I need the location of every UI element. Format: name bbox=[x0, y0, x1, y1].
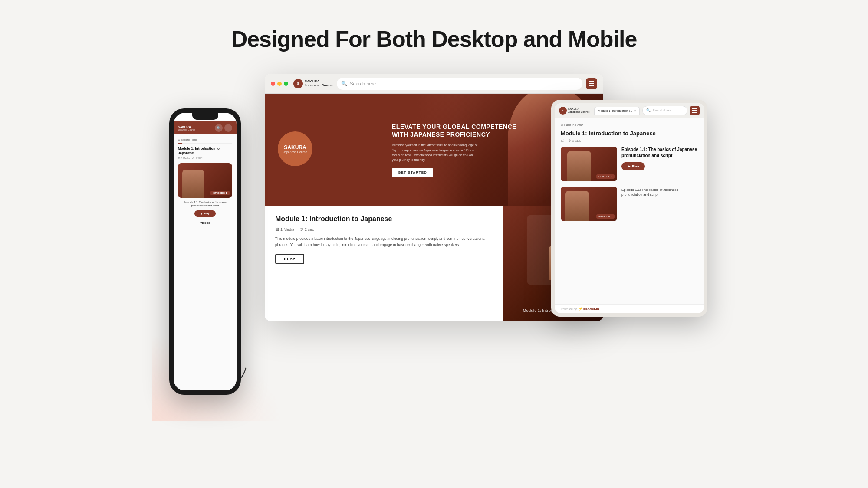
hero-brand-name: SAKURA bbox=[284, 144, 306, 151]
tablet-content: ⊙ Back to Home Module 1: Introduction to… bbox=[555, 118, 704, 304]
hero-subtitle: Immerse yourself in the vibrant culture … bbox=[392, 143, 479, 163]
tablet-browser-tab[interactable]: Module 1: Introduction t... × bbox=[594, 107, 640, 115]
tablet-tab-label: Module 1: Introduction t... bbox=[598, 109, 632, 112]
hero-content: ELEVATE YOUR GLOBAL COMPETENCEWITH JAPAN… bbox=[392, 123, 516, 177]
mobile-play-button[interactable]: ▶ Play bbox=[194, 210, 215, 217]
tablet-back-label: Back to Home bbox=[564, 124, 583, 127]
play-triangle-icon: ▶ bbox=[201, 212, 203, 215]
mobile-header: SAKURA Japanese Course 🔍 ☰ bbox=[174, 121, 237, 134]
back-arrow-icon: ⊙ bbox=[178, 138, 180, 141]
mobile-videos-label: Videos bbox=[178, 221, 232, 224]
mobile-module-meta: 🖼 1 Media ⏱ 2 SEC bbox=[178, 157, 232, 160]
maximize-dot[interactable] bbox=[284, 82, 288, 86]
mobile-device: SAKURA Japanese Course 🔍 ☰ ⊙ Back to Hom… bbox=[169, 108, 241, 395]
tablet-ep2-person bbox=[565, 191, 589, 221]
browser-toolbar: S SAKURA Japanese Course 🔍 Search here..… bbox=[265, 74, 603, 94]
get-started-button[interactable]: GET STARTED bbox=[392, 168, 433, 177]
tablet-episode2-title: Episode 1.1: The basics of Japanese pron… bbox=[621, 187, 698, 197]
tablet-episode2-thumbnail[interactable]: EPISODE 1 bbox=[561, 187, 617, 221]
mobile-notch bbox=[192, 113, 218, 120]
tablet-play-triangle-icon: ▶ bbox=[628, 164, 630, 168]
tablet-module-title: Module 1: Introduction to Japanese bbox=[561, 130, 698, 137]
mobile-back-link[interactable]: ⊙ Back to Home bbox=[178, 138, 232, 141]
tablet-screen: S SAKURA Japanese Course Module 1: Intro… bbox=[555, 103, 704, 313]
brand-circle-icon: S bbox=[293, 79, 303, 88]
time-count: ⏱ 2 sec bbox=[299, 227, 314, 232]
menu-button[interactable] bbox=[586, 78, 597, 89]
close-dot[interactable] bbox=[271, 82, 275, 86]
mobile-video-person bbox=[182, 170, 204, 198]
hero-title: ELEVATE YOUR GLOBAL COMPETENCEWITH JAPAN… bbox=[392, 123, 516, 138]
devices-container: ✦ ✦ ✦ S SAKURA Japanese Course 🔍 Search … bbox=[152, 74, 716, 403]
mobile-header-icons: 🔍 ☰ bbox=[215, 124, 232, 132]
hero-brand-subtitle: Japanese Course bbox=[283, 151, 307, 154]
module-description: This module provides a basic introductio… bbox=[275, 236, 493, 248]
tablet-episode-2-row: EPISODE 1 Episode 1.1: The basics of Jap… bbox=[561, 187, 698, 221]
mobile-brand-name: SAKURA bbox=[178, 125, 195, 128]
tablet-module-meta: 🖼 ⏱ 2 SEC bbox=[561, 139, 698, 142]
module-title: Module 1: Introduction to Japanese bbox=[275, 215, 493, 223]
hero-logo-area: SAKURA Japanese Course bbox=[278, 131, 312, 169]
mobile-video-thumbnail[interactable]: EPISODE 1 bbox=[178, 163, 232, 198]
mobile-menu-button[interactable]: ☰ bbox=[224, 124, 232, 132]
mobile-progress-bar bbox=[178, 143, 232, 144]
tablet-search-bar[interactable]: 🔍 Search here... bbox=[642, 106, 687, 115]
tablet-browser-toolbar: S SAKURA Japanese Course Module 1: Intro… bbox=[555, 103, 704, 118]
tablet-episode1-info: Episode 1.1: The basics of Japanese pron… bbox=[621, 147, 698, 170]
mobile-episode-badge: EPISODE 1 bbox=[210, 191, 230, 195]
tablet-episode1-title: Episode 1.1: The basics of Japanese pron… bbox=[621, 147, 698, 159]
mobile-episode-title: Episode 1.1: The basics of Japanese pron… bbox=[178, 200, 232, 208]
tablet-play-label: Play bbox=[632, 164, 639, 168]
mobile-content: ⊙ Back to Home Module 1: Introduction to… bbox=[174, 134, 237, 390]
browser-logo: S SAKURA Japanese Course bbox=[293, 79, 333, 88]
mobile-search-button[interactable]: 🔍 bbox=[215, 124, 223, 132]
tablet-episode2-badge: EPISODE 1 bbox=[596, 214, 615, 219]
tablet-search-icon: 🔍 bbox=[646, 108, 651, 112]
back-label: Back to Home bbox=[181, 138, 197, 141]
mobile-screen: SAKURA Japanese Course 🔍 ☰ ⊙ Back to Hom… bbox=[174, 113, 237, 390]
tablet-brand: S SAKURA Japanese Course bbox=[559, 107, 590, 115]
tablet-episode2-info: Episode 1.1: The basics of Japanese pron… bbox=[621, 187, 698, 197]
browser-search-bar[interactable]: 🔍 Search here... bbox=[337, 78, 582, 90]
tablet-time-count: ⏱ 2 SEC bbox=[568, 139, 581, 142]
powered-by-label: Powered by bbox=[561, 308, 577, 311]
tablet-episode1-badge: EPISODE 1 bbox=[596, 174, 615, 179]
browser-traffic-lights bbox=[271, 82, 288, 86]
mobile-progress-fill bbox=[178, 143, 182, 144]
mobile-module-title: Module 1: Introduction to Japanese bbox=[178, 147, 232, 156]
search-placeholder-text: Search here... bbox=[350, 81, 380, 86]
tablet-episode-1: EPISODE 1 Episode 1.1: The basics of Jap… bbox=[561, 147, 698, 181]
module-meta: 🖼 1 Media ⏱ 2 sec bbox=[275, 227, 493, 232]
tablet-powered-by: Powered by ⚡ BEARSKIN bbox=[555, 304, 704, 313]
mobile-play-label: Play bbox=[204, 212, 209, 215]
tablet-brand-circle: S bbox=[559, 107, 567, 115]
mobile-media-count: 🖼 1 Media bbox=[178, 157, 190, 160]
mobile-time-count: ⏱ 2 SEC bbox=[192, 157, 202, 160]
media-count: 🖼 1 Media bbox=[275, 227, 294, 232]
module-details: Module 1: Introduction to Japanese 🖼 1 M… bbox=[265, 206, 503, 321]
tablet-ep1-person bbox=[567, 151, 591, 181]
minimize-dot[interactable] bbox=[277, 82, 282, 86]
tablet-tab-close-button[interactable]: × bbox=[634, 109, 636, 113]
tablet-episode1-thumbnail[interactable]: EPISODE 1 bbox=[561, 147, 617, 181]
brand-text: SAKURA Japanese Course bbox=[305, 80, 333, 88]
tablet-hamburger-icon bbox=[692, 108, 697, 113]
tablet-brand-text: SAKURA Japanese Course bbox=[568, 108, 590, 113]
mobile-brand: SAKURA Japanese Course bbox=[178, 125, 195, 131]
tablet-media-icon: 🖼 bbox=[561, 139, 564, 142]
tablet-back-link[interactable]: ⊙ Back to Home bbox=[561, 123, 698, 127]
search-icon: 🔍 bbox=[341, 81, 347, 86]
mobile-brand-subtitle: Japanese Course bbox=[178, 128, 195, 131]
play-button[interactable]: PLAY bbox=[275, 254, 304, 264]
tablet-search-placeholder: Search here... bbox=[652, 108, 674, 112]
powered-by-logo: ⚡ BEARSKIN bbox=[579, 307, 599, 311]
tablet-menu-button[interactable] bbox=[690, 106, 700, 115]
page-heading: Designed For Both Desktop and Mobile bbox=[231, 26, 637, 52]
hero-brand-badge: SAKURA Japanese Course bbox=[278, 131, 312, 166]
tablet-device: S SAKURA Japanese Course Module 1: Intro… bbox=[551, 100, 707, 317]
tablet-episode1-play-button[interactable]: ▶ Play bbox=[621, 162, 645, 170]
hamburger-icon bbox=[589, 81, 594, 86]
tablet-back-arrow-icon: ⊙ bbox=[561, 123, 563, 127]
